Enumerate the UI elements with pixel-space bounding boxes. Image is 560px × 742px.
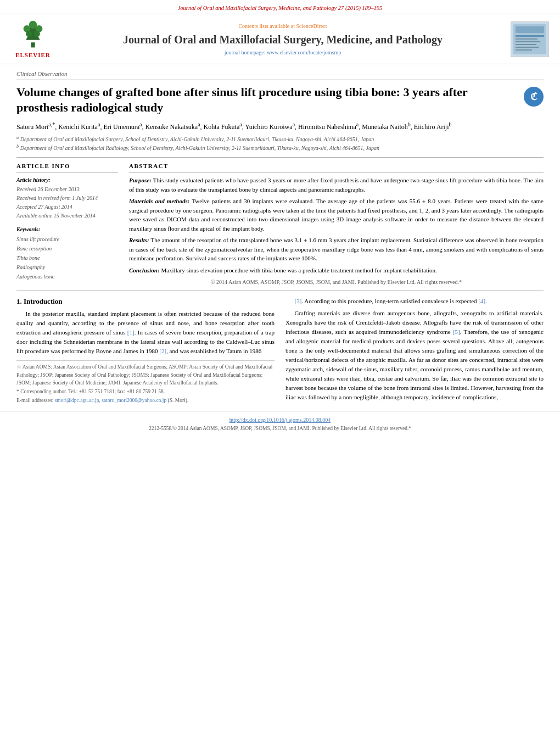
svg-point-6 bbox=[34, 31, 40, 37]
svg-rect-14 bbox=[516, 47, 539, 48]
footnote-2: * Corresponding author. Tel.: +81 52 751… bbox=[16, 388, 275, 395]
svg-rect-0 bbox=[31, 42, 35, 47]
ref-3[interactable]: [3] bbox=[295, 298, 302, 304]
abstract-conclusion: Conclusion: Maxillary sinus elevation pr… bbox=[129, 266, 544, 275]
bottom-copyright: 2212-5558/© 2014 Asian AOMS, ASOMP, JSOP… bbox=[16, 425, 544, 432]
keyword-4: Radiography bbox=[16, 264, 45, 270]
keyword-3: Tibia bone bbox=[16, 255, 40, 261]
svg-rect-13 bbox=[516, 44, 536, 45]
homepage-link[interactable]: www.elsevier.com/locate/jomsmp bbox=[267, 49, 341, 55]
divider-2 bbox=[16, 291, 544, 291]
elsevier-logo: ELSEVIER bbox=[11, 20, 55, 59]
section-label: Clinical Observation bbox=[16, 70, 544, 80]
introduction-body: In the posterior maxilla, standard impla… bbox=[16, 309, 275, 356]
keyword-1: Sinus lift procedure bbox=[16, 236, 59, 242]
journal-cover-icon bbox=[511, 22, 548, 57]
introduction-title: 1. Introduction bbox=[16, 297, 275, 306]
crossmark-icon[interactable]: ℭ bbox=[524, 87, 544, 107]
body-right-column: [3]. According to this procedure, long-t… bbox=[285, 297, 544, 406]
author-2: Kenichi Kuritaa bbox=[58, 123, 100, 131]
svg-rect-15 bbox=[516, 49, 532, 51]
page-container: Journal of Oral and Maxillofacial Surger… bbox=[0, 0, 560, 434]
article-title-row: Volume changes of grafted bone after sin… bbox=[16, 85, 544, 116]
elsevier-label: ELSEVIER bbox=[15, 51, 51, 59]
ref-4[interactable]: [4] bbox=[478, 298, 485, 304]
svg-rect-11 bbox=[516, 38, 537, 40]
affiliation-a: a Department of Oral and Maxillofacial S… bbox=[16, 135, 544, 143]
author-3: Eri Umemuraa bbox=[103, 123, 142, 131]
info-abstract-columns: ARTICLE INFO Article history: Received 2… bbox=[16, 162, 544, 286]
doi-link[interactable]: http://dx.doi.org/10.1016/j.ajoms.2014.0… bbox=[16, 416, 544, 424]
author-6: Yuichiro Kuroiwaa bbox=[245, 123, 295, 131]
authors-line: Satoru Moria,*, Kenichi Kuritaa, Eri Ume… bbox=[16, 120, 544, 132]
abstract-text: Purpose: This study evaluated patients w… bbox=[129, 176, 544, 286]
intro-right-para-1: [3]. According to this procedure, long-t… bbox=[285, 297, 544, 306]
author-9: Eiichiro Arijib bbox=[414, 123, 452, 131]
author-5: Kohta Fukutaa bbox=[204, 123, 242, 131]
svg-rect-10 bbox=[516, 35, 544, 37]
body-columns: 1. Introduction In the posterior maxilla… bbox=[16, 297, 544, 406]
author-8: Munetaka Naitohb bbox=[362, 123, 411, 131]
svg-rect-12 bbox=[516, 41, 540, 42]
bottom-section: http://dx.doi.org/10.1016/j.ajoms.2014.0… bbox=[0, 411, 560, 434]
svg-text:ℭ: ℭ bbox=[530, 91, 537, 102]
journal-homepage: journal homepage: www.elsevier.com/locat… bbox=[60, 49, 505, 57]
journal-thumb-image bbox=[511, 22, 548, 57]
intro-right-text: [3]. According to this procedure, long-t… bbox=[285, 297, 544, 403]
journal-header-bar: Journal of Oral and Maxillofacial Surger… bbox=[0, 0, 560, 14]
journal-main-title: Journal of Oral and Maxillofacial Surger… bbox=[60, 32, 505, 47]
ref-2[interactable]: [2] bbox=[159, 348, 166, 354]
affiliations: a Department of Oral and Maxillofacial S… bbox=[16, 135, 544, 153]
intro-right-para-2: Grafting materials are diverse from auto… bbox=[285, 309, 544, 402]
abstract-copyright: © 2014 Asian AOMS, ASOMP, JSOP, JSOMS, J… bbox=[129, 278, 544, 286]
ref-5[interactable]: [5] bbox=[453, 328, 460, 335]
journal-title-center: Contents lists available at ScienceDirec… bbox=[60, 23, 505, 57]
article-title: Volume changes of grafted bone after sin… bbox=[16, 85, 518, 116]
author-4: Kensuke Nakatsukaa bbox=[145, 123, 200, 131]
crossmark-badge[interactable]: ℭ bbox=[524, 87, 544, 107]
sciencedirect-name[interactable]: ScienceDirect bbox=[296, 23, 327, 29]
email-link-1[interactable]: smori@dpc.agu.ac.jp bbox=[55, 398, 99, 403]
header-section: ELSEVIER Contents lists available at Sci… bbox=[0, 14, 560, 64]
article-info-column: ARTICLE INFO Article history: Received 2… bbox=[16, 162, 118, 286]
footnotes-section: ☆ Asian AOMS: Asian Association of Oral … bbox=[16, 360, 275, 404]
main-content: Clinical Observation Volume changes of g… bbox=[0, 64, 560, 411]
abstract-header: ABSTRACT bbox=[129, 162, 544, 172]
journal-thumbnail bbox=[511, 21, 549, 57]
footnote-1: ☆ Asian AOMS: Asian Association of Oral … bbox=[16, 363, 275, 387]
article-info-header: ARTICLE INFO bbox=[16, 162, 118, 172]
journal-citation[interactable]: Journal of Oral and Maxillofacial Surger… bbox=[178, 5, 383, 11]
sciencedirect-link: Contents lists available at ScienceDirec… bbox=[60, 23, 505, 30]
keywords-section: Keywords: Sinus lift procedure Bone reso… bbox=[16, 225, 118, 281]
author-1: Satoru Moria,* bbox=[16, 123, 55, 131]
affiliation-b: b Department of Oral and Maxillofacial R… bbox=[16, 143, 544, 152]
elsevier-tree-icon bbox=[16, 20, 49, 50]
svg-point-5 bbox=[26, 31, 32, 37]
divider bbox=[16, 157, 544, 158]
ref-1[interactable]: [1] bbox=[127, 329, 135, 336]
body-left-column: 1. Introduction In the posterior maxilla… bbox=[16, 297, 275, 406]
footnote-star-1: ☆ bbox=[16, 364, 23, 370]
abstract-results: Results: The amount of the resorption of… bbox=[129, 236, 544, 263]
keyword-2: Bone resorption bbox=[16, 246, 52, 252]
email-link-2[interactable]: satoru_mori2000@yahoo.co.jp bbox=[102, 398, 166, 403]
keyword-5: Autogenous bone bbox=[16, 274, 54, 280]
svg-point-4 bbox=[29, 21, 37, 29]
abstract-column: ABSTRACT Purpose: This study evaluated p… bbox=[129, 162, 544, 286]
abstract-materials: Materials and methods: Twelve patients a… bbox=[129, 197, 544, 233]
abstract-purpose: Purpose: This study evaluated patients w… bbox=[129, 176, 544, 194]
article-history: Article history: Received 26 December 20… bbox=[16, 176, 118, 220]
author-7: Hiromitsu Nabeshimaa bbox=[298, 123, 359, 131]
svg-rect-9 bbox=[516, 26, 544, 33]
footnote-3: E-mail addresses: smori@dpc.agu.ac.jp, s… bbox=[16, 397, 275, 404]
intro-paragraph-1: In the posterior maxilla, standard impla… bbox=[16, 309, 275, 356]
